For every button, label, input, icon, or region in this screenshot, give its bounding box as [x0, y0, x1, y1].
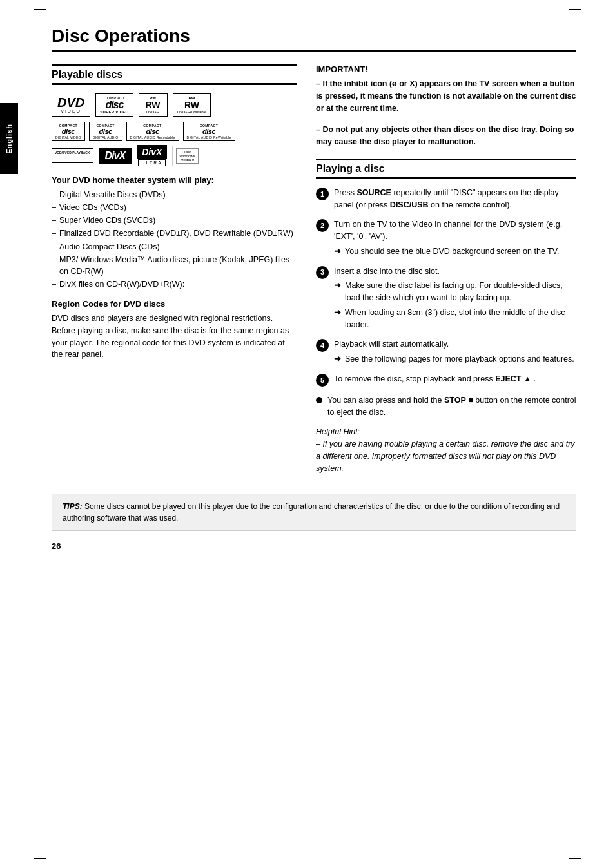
playing-disc-heading: Playing a disc	[316, 159, 576, 179]
tips-box: TIPS: Some discs cannot be played on thi…	[52, 494, 576, 531]
list-item: Video CDs (VCDs)	[52, 202, 297, 213]
list-item: Finalized DVD Recordable (DVD±R), DVD Re…	[52, 227, 297, 239]
tips-label: TIPS:	[63, 502, 83, 511]
logos-row-3: VCD/SVCD/PLAYBACK :::: :::: DivX DivX UL…	[52, 145, 297, 166]
helpful-hint: Helpful Hint: – If you are having troubl…	[316, 426, 576, 474]
list-item: Audio Compact Discs (CDs)	[52, 241, 297, 253]
divx-ultra-logo: DivX ULTRA	[137, 145, 167, 166]
step-3: 3 Insert a disc into the disc slot. ➜ Ma…	[316, 265, 576, 331]
left-column: Playable discs DVD VIDEO COMPACT disc	[52, 64, 297, 474]
important-title: IMPORTANT!	[316, 64, 576, 74]
logos-row-2: COMPACT disc DIGITAL VIDEO COMPACT disc …	[52, 122, 297, 141]
divx-logo: DivX	[99, 148, 132, 164]
important-text-2: – Do not put any objects other than disc…	[316, 124, 576, 148]
page: English Disc Operations Playable discs D…	[0, 0, 615, 868]
tips-text: Some discs cannot be played on this play…	[63, 502, 560, 523]
step-4: 4 Playback will start automatically. ➜ S…	[316, 338, 576, 365]
right-column: IMPORTANT! – If the inhibit icon (ø or X…	[316, 64, 576, 474]
playing-disc-section: Playing a disc 1 Press SOURCE repeatedly…	[316, 159, 576, 475]
important-box: IMPORTANT! – If the inhibit icon (ø or X…	[316, 64, 576, 148]
step-1: 1 Press SOURCE repeatedly until "DISC" a…	[316, 187, 576, 211]
step-2: 2 Turn on the TV to the Video In channel…	[316, 218, 576, 257]
page-title: Disc Operations	[52, 26, 576, 52]
playing-steps-list: 1 Press SOURCE repeatedly until "DISC" a…	[316, 187, 576, 387]
cd-digital-audio-recordable-logo: COMPACT disc DIGITAL AUDIO Recordable	[126, 122, 179, 141]
compact-super-video-logo: COMPACT disc SUPER VIDEO	[95, 93, 133, 117]
dvd-play-heading: Your DVD home theater system will play:	[52, 175, 297, 185]
dvd-rewritable-logo: RW RW DVD+ReWritable	[173, 93, 211, 117]
main-content: Playable discs DVD VIDEO COMPACT disc	[52, 64, 576, 474]
list-item: MP3/ Windows Media™ Audio discs, picture…	[52, 254, 297, 277]
list-item: Super Video CDs (SVCDs)	[52, 215, 297, 226]
side-tab: English	[0, 103, 18, 174]
list-item: Digital Versatile Discs (DVDs)	[52, 189, 297, 200]
logos-row-1: DVD VIDEO COMPACT disc SUPER VIDEO RW	[52, 93, 297, 117]
cd-digital-audio-logo: COMPACT disc DIGITAL AUDIO	[89, 122, 122, 141]
windows-media-logo: Test Windows Media 9	[172, 146, 202, 166]
vcd-logo: VCD/SVCD/PLAYBACK :::: ::::	[52, 148, 93, 163]
cd-digital-audio-rewritable-logo: COMPACT disc DIGITAL AUDIO ReWritable	[183, 122, 235, 141]
dvd-plus-r-logo: RW RW DVD+R	[139, 93, 168, 117]
disc-logos: DVD VIDEO COMPACT disc SUPER VIDEO RW	[52, 93, 297, 166]
page-number: 26	[52, 541, 576, 551]
playable-discs-heading: Playable discs	[52, 64, 297, 85]
region-codes-text: DVD discs and players are designed with …	[52, 313, 297, 361]
list-item: DivX files on CD-R(W)/DVD+R(W):	[52, 278, 297, 290]
dvd-video-logo: DVD VIDEO	[52, 93, 90, 117]
playable-discs-section: Playable discs DVD VIDEO COMPACT disc	[52, 64, 297, 361]
stop-button-step: You can also press and hold the STOP ■ b…	[316, 394, 576, 419]
region-codes-section: Region Codes for DVD discs DVD discs and…	[52, 299, 297, 361]
playable-list: Digital Versatile Discs (DVDs) Video CDs…	[52, 189, 297, 290]
step-5: 5 To remove the disc, stop playback and …	[316, 373, 576, 387]
cd-digital-video-logo: COMPACT disc DIGITAL VIDEO	[52, 122, 85, 141]
region-codes-heading: Region Codes for DVD discs	[52, 299, 297, 309]
important-text-1: – If the inhibit icon (ø or X) appears o…	[316, 78, 576, 114]
